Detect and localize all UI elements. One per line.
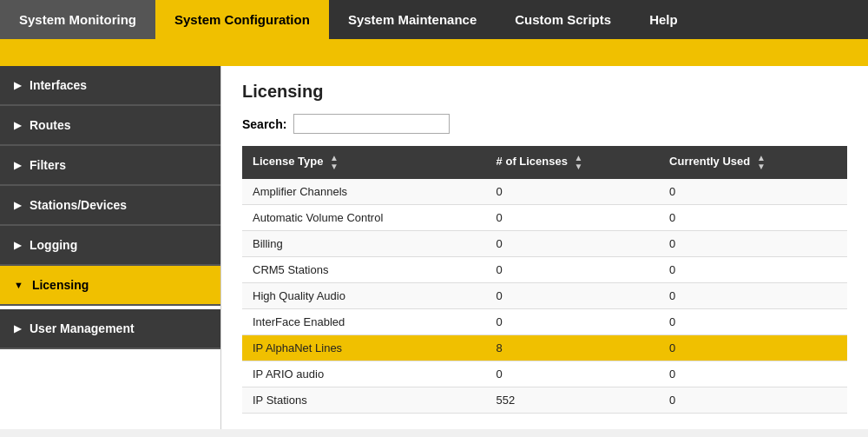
- chevron-right-icon: ▶: [14, 240, 21, 251]
- col-currently-used[interactable]: Currently Used ▲▼: [659, 146, 847, 179]
- sidebar-item-user-management[interactable]: ▶ User Management: [0, 309, 220, 349]
- search-label: Search:: [242, 117, 286, 131]
- sidebar-label-logging: Logging: [30, 238, 77, 252]
- sidebar-item-logging[interactable]: ▶ Logging: [0, 226, 220, 266]
- chevron-down-icon: ▼: [14, 280, 23, 290]
- cell-currently-used: 0: [659, 335, 847, 361]
- cell-num-licenses: 8: [486, 335, 659, 361]
- chevron-right-icon: ▶: [14, 120, 21, 131]
- table-row[interactable]: Automatic Volume Control00: [242, 205, 847, 231]
- chevron-right-icon: ▶: [14, 323, 21, 334]
- cell-num-licenses: 552: [486, 387, 659, 414]
- sidebar-item-licensing[interactable]: ▼ Licensing: [0, 266, 220, 306]
- tab-help[interactable]: Help: [630, 0, 697, 39]
- cell-currently-used: 0: [659, 387, 847, 414]
- table-row[interactable]: IP Stations5520: [242, 387, 847, 414]
- cell-license-type: IP Stations: [242, 387, 486, 414]
- sidebar-item-filters[interactable]: ▶ Filters: [0, 146, 220, 186]
- main-layout: ▶ Interfaces ▶ Routes ▶ Filters ▶ Statio…: [0, 66, 868, 429]
- sidebar-item-stations-devices[interactable]: ▶ Stations/Devices: [0, 186, 220, 226]
- table-row[interactable]: Billing00: [242, 231, 847, 257]
- cell-num-licenses: 0: [486, 205, 659, 231]
- cell-license-type: InterFace Enabled: [242, 309, 486, 335]
- search-row: Search:: [242, 114, 847, 134]
- cell-num-licenses: 0: [486, 283, 659, 309]
- sort-icon-num-licenses: ▲▼: [575, 154, 583, 171]
- chevron-right-icon: ▶: [14, 80, 21, 91]
- cell-currently-used: 0: [659, 283, 847, 309]
- cell-currently-used: 0: [659, 179, 847, 205]
- cell-license-type: IP ARIO audio: [242, 361, 486, 387]
- sidebar-item-interfaces[interactable]: ▶ Interfaces: [0, 66, 220, 106]
- cell-currently-used: 0: [659, 205, 847, 231]
- tab-system-configuration[interactable]: System Configuration: [155, 0, 329, 39]
- table-row[interactable]: High Quality Audio00: [242, 283, 847, 309]
- cell-currently-used: 0: [659, 309, 847, 335]
- sidebar-label-routes: Routes: [30, 118, 70, 132]
- cell-num-licenses: 0: [486, 257, 659, 283]
- sidebar: ▶ Interfaces ▶ Routes ▶ Filters ▶ Statio…: [0, 66, 221, 429]
- cell-license-type: CRM5 Stations: [242, 257, 486, 283]
- search-input[interactable]: [293, 114, 450, 134]
- cell-num-licenses: 0: [486, 361, 659, 387]
- col-license-type[interactable]: License Type ▲▼: [242, 146, 486, 179]
- cell-license-type: Automatic Volume Control: [242, 205, 486, 231]
- sidebar-label-licensing: Licensing: [32, 278, 89, 292]
- cell-num-licenses: 0: [486, 231, 659, 257]
- cell-license-type: High Quality Audio: [242, 283, 486, 309]
- tab-custom-scripts[interactable]: Custom Scripts: [496, 0, 630, 39]
- content-area: Licensing Search: License Type ▲▼ # of L…: [221, 66, 868, 429]
- table-header-row: License Type ▲▼ # of Licenses ▲▼ Current…: [242, 146, 847, 179]
- license-table: License Type ▲▼ # of Licenses ▲▼ Current…: [242, 146, 847, 414]
- cell-num-licenses: 0: [486, 179, 659, 205]
- cell-license-type: Billing: [242, 231, 486, 257]
- tab-system-maintenance[interactable]: System Maintenance: [329, 0, 496, 39]
- sidebar-label-filters: Filters: [30, 158, 66, 172]
- col-num-licenses[interactable]: # of Licenses ▲▼: [486, 146, 659, 179]
- chevron-right-icon: ▶: [14, 200, 21, 211]
- sidebar-label-user-management: User Management: [30, 321, 135, 335]
- chevron-right-icon: ▶: [14, 160, 21, 171]
- table-row[interactable]: InterFace Enabled00: [242, 309, 847, 335]
- sidebar-label-stations-devices: Stations/Devices: [30, 198, 127, 212]
- table-row[interactable]: IP ARIO audio00: [242, 361, 847, 387]
- tab-system-monitoring[interactable]: System Monitoring: [0, 0, 155, 39]
- sidebar-item-routes[interactable]: ▶ Routes: [0, 106, 220, 146]
- sidebar-label-interfaces: Interfaces: [30, 78, 87, 92]
- top-nav: System Monitoring System Configuration S…: [0, 0, 868, 42]
- sort-icon-currently-used: ▲▼: [757, 154, 766, 171]
- page-title: Licensing: [242, 82, 847, 102]
- cell-license-type: IP AlphaNet Lines: [242, 335, 486, 361]
- yellow-bar: [0, 42, 868, 66]
- table-row[interactable]: Amplifier Channels00: [242, 179, 847, 205]
- table-row[interactable]: CRM5 Stations00: [242, 257, 847, 283]
- cell-currently-used: 0: [659, 257, 847, 283]
- cell-currently-used: 0: [659, 361, 847, 387]
- sort-icon-license-type: ▲▼: [330, 154, 339, 171]
- cell-num-licenses: 0: [486, 309, 659, 335]
- cell-license-type: Amplifier Channels: [242, 179, 486, 205]
- cell-currently-used: 0: [659, 231, 847, 257]
- table-row[interactable]: IP AlphaNet Lines80: [242, 335, 847, 361]
